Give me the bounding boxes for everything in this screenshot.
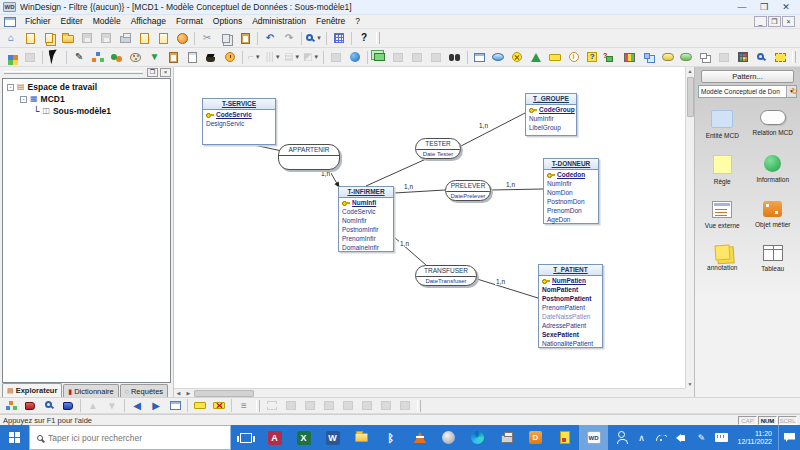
taskbar-windesign-document-button[interactable] [550,425,579,450]
hide-tag-button[interactable] [210,398,228,414]
tray-hidden-icons-chevron-button[interactable]: ∧ [631,425,651,450]
home-button[interactable]: ⌂ [2,30,20,46]
taskbar-vlc-button[interactable] [405,425,434,450]
scroll-left-icon[interactable]: ◀ [174,389,183,397]
menu-options[interactable]: Options [208,15,247,28]
grayed-tool-1-button[interactable] [263,398,281,414]
grid-button[interactable] [330,30,348,46]
redo-button[interactable]: ↷ [280,30,298,46]
toolbar-grip[interactable] [792,51,796,63]
menu-affichage[interactable]: Affichage [126,15,171,28]
zoom-dropdown-icon[interactable]: ▼ [316,35,322,41]
taskbar-task-view-button[interactable] [231,425,260,450]
explorer-tree-button[interactable] [2,398,20,414]
palette-refresh-icon[interactable]: ↻ [791,87,798,96]
undo-button[interactable]: ↶ [261,30,279,46]
entity-t-donneur[interactable]: T-DONNEURCodedonNumInfirNomDonPostnomDon… [543,158,599,224]
grayed-tool-4-button[interactable] [320,398,338,414]
relation-transfuser[interactable]: TRANSFUSERDateTransfuser [415,265,477,286]
entity-t-groupe[interactable]: T_GROUPECodeGroupNumInfirLibelGroup [525,93,577,136]
menu-administration[interactable]: Administration [247,15,311,28]
copy-button[interactable] [217,30,235,46]
clipboard-check-button[interactable] [164,49,182,65]
triangle-shape-button[interactable] [527,49,545,65]
grayed-tool-2-button[interactable] [282,398,300,414]
grayed-tool-6-button[interactable] [358,398,376,414]
menu-fentre[interactable]: Fenêtre [311,15,350,28]
taskbar-clock[interactable]: 11:20 12/11/2022 [731,425,778,450]
shapes-button[interactable] [108,49,126,65]
palette-item-entity-mcd[interactable]: Entité MCD [698,110,746,139]
taskbar-edge-button[interactable] [463,425,492,450]
color-palette-button[interactable] [127,49,145,65]
association-line[interactable] [366,159,426,186]
entity-t-patient[interactable]: T_PATIENTNumPatienNomPatientPostnomPatie… [538,264,603,348]
grayed-tool-3-button[interactable] [301,398,319,414]
tray-people-button[interactable] [611,425,631,450]
menu-modle[interactable]: Modèle [88,15,126,28]
window-shape-button[interactable] [471,49,489,65]
vertical-scrollbar[interactable]: ▲ ▼ [685,67,694,388]
taskbar-bluetooth-button[interactable]: ᛒ [376,425,405,450]
taskbar-file-explorer-button[interactable] [347,425,376,450]
yellow-pill-button[interactable] [659,49,677,65]
menu-fichier[interactable]: Fichier [20,15,56,28]
green-arrow-button[interactable]: ▼ [146,49,164,65]
tree-item-mcd1[interactable]: -▦MCD1 [3,93,170,105]
export-document-button[interactable] [135,30,153,46]
palette-item-relation-mcd[interactable]: Relation MCD [749,110,797,139]
relation-appartenir[interactable]: APPARTENIR [278,144,340,170]
pattern-button[interactable]: Pattern... [701,70,794,83]
draw-pen-button[interactable]: ✎ [70,49,88,65]
panel-grip[interactable] [4,71,143,74]
mdi-close-button[interactable]: × [782,16,795,27]
copy-entities-button[interactable] [696,49,714,65]
shape-tool-3-button[interactable] [427,49,445,65]
binoculars-button[interactable] [446,49,464,65]
tab-requ-tes[interactable]: ◌Requêtes [120,384,168,397]
open-folder-button[interactable] [59,30,77,46]
blue-shapes-button[interactable] [640,49,658,65]
selection-cursor-button[interactable] [46,49,64,65]
grayed-tool-7-button[interactable] [377,398,395,414]
entity-question-button[interactable] [602,49,620,65]
toolbar-grip[interactable] [376,32,380,44]
forbidden-shape-button[interactable] [508,49,526,65]
taskbar-excel-button[interactable]: X [289,425,318,450]
taskbar-search[interactable] [29,425,231,450]
align-left-dropdown-icon[interactable]: ▼ [255,54,261,60]
scroll-right-icon[interactable]: ▶ [184,389,193,397]
palette-item-business-object[interactable]: Objet métier [749,201,797,229]
close-button[interactable]: ✕ [775,0,797,14]
align-size-dropdown-icon[interactable]: ▼ [313,54,319,60]
horizontal-scroll-thumb[interactable] [194,390,254,397]
tray-pen-input-button[interactable]: ✎ [691,425,711,450]
maximize-button[interactable]: ❒ [753,0,775,14]
shape-tool-2-button[interactable] [408,49,426,65]
align-left-button[interactable]: ⌐▼ [246,49,264,65]
wizard-button[interactable] [202,49,220,65]
align-distribute-dropdown-icon[interactable]: ▼ [294,54,300,60]
align-size-button[interactable]: ◩▼ [302,49,320,65]
layers-button[interactable] [371,49,389,65]
start-button[interactable] [0,425,29,450]
palette-item-table[interactable]: Tableau [749,245,797,272]
entity-t-service[interactable]: T-SERVICECodeServicDesignServic [202,98,276,145]
entity-t-infirmer[interactable]: T-INFIRMERNumInfiCodeServicNomInfirPostn… [338,186,394,252]
history-clock-button[interactable] [221,49,239,65]
association-line[interactable] [491,189,543,190]
tree-item-sous-mod-le1[interactable]: └◫Sous-modèle1 [3,105,170,117]
zoom-button[interactable]: ▼ [305,30,323,46]
tray-touch-keyboard-button[interactable] [711,425,731,450]
tab-dictionnaire[interactable]: ▮Dictionnaire [63,384,118,397]
tree-expand-icon[interactable]: - [20,96,27,103]
select-region-button[interactable] [771,49,789,65]
panel-close-button[interactable]: × [160,68,171,77]
print-button[interactable] [116,30,134,46]
page-view-button[interactable] [166,398,184,414]
import-document-button[interactable] [154,30,172,46]
transform-button[interactable] [327,49,345,65]
taskbar-access-button[interactable]: A [260,425,289,450]
magnifier-button[interactable] [753,49,771,65]
taskbar-media-app-button[interactable]: D [521,425,550,450]
